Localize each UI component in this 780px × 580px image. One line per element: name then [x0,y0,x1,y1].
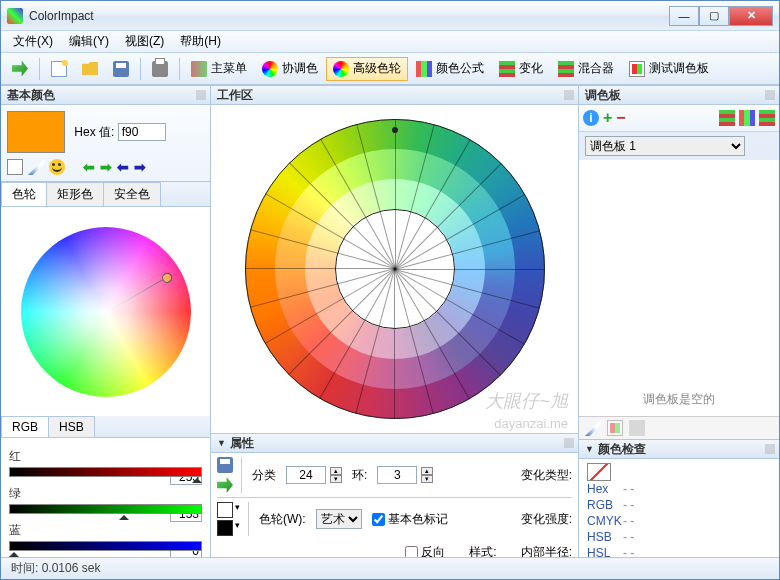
nav-back-button[interactable]: ⬅ [83,159,95,175]
minimize-button[interactable] [669,6,699,26]
inspect-cmyk-k: CMYK [587,514,623,528]
category-input[interactable] [286,466,326,484]
book-icon [191,61,207,77]
red-slider[interactable] [9,467,202,481]
palette-select[interactable]: 调色板 1 [585,136,745,156]
workspace[interactable]: 大眼仔~旭 dayanzai.me [211,105,578,433]
current-color-swatch[interactable] [7,111,65,153]
swap-icon[interactable] [7,159,23,175]
menu-edit[interactable]: 编辑(Y) [61,31,117,52]
ring-up[interactable]: ▴ [421,467,433,475]
basic-color-title: 基本颜色 [7,87,55,104]
menu-help[interactable]: 帮助(H) [172,31,229,52]
close-button[interactable] [729,6,773,26]
hex-input[interactable] [118,123,166,141]
slider-tabs: RGB HSB [1,416,210,438]
view-grid-icon[interactable] [719,110,735,126]
cat-up[interactable]: ▴ [330,467,342,475]
tool-mixer-button[interactable]: 混合器 [551,57,621,81]
left-tabs: 色轮 矩形色 安全色 [1,182,210,207]
tab-hsb[interactable]: HSB [48,416,95,437]
props-save-icon[interactable] [217,457,233,473]
wheel-marker [392,127,398,133]
tab-rect[interactable]: 矩形色 [46,182,104,206]
tool-variation-button[interactable]: 变化 [492,57,550,81]
inspect-hex-v: - - [623,482,634,496]
menubar: 文件(X) 编辑(Y) 视图(Z) 帮助(H) [1,31,779,53]
add-icon[interactable]: + [603,109,612,127]
advanced-color-wheel[interactable] [245,119,545,419]
green-label: 绿 [9,486,21,500]
workspace-header: 工作区 [211,85,578,105]
palette-header: 调色板 [579,85,779,105]
app-title: ColorImpact [29,9,669,23]
nav-fwd2-button[interactable]: ➡ [134,159,146,175]
mixer-icon [558,61,574,77]
remove-icon[interactable]: − [616,109,625,127]
vartype-label: 变化类型: [521,467,572,484]
tool-export-button[interactable] [5,57,35,81]
view-large-icon[interactable] [759,110,775,126]
bg-swatch[interactable] [217,520,233,536]
tool-open-button[interactable] [75,57,105,81]
tab-wheel[interactable]: 色轮 [1,182,47,206]
cw-label: 色轮(W): [259,511,306,528]
menu-view[interactable]: 视图(Z) [117,31,172,52]
pal-eyedrop-icon[interactable] [585,420,601,436]
nav-fwd-button[interactable]: ➡ [100,159,112,175]
ring-label: 环: [352,467,367,484]
formula-icon [416,61,432,77]
cw-select[interactable]: 艺术 [316,509,362,529]
tool-mainmenu-button[interactable]: 主菜单 [184,57,254,81]
ring-dn[interactable]: ▾ [421,475,433,483]
advwheel-label: 高级色轮 [353,60,401,77]
basic-marker-check[interactable]: 基本色标记 [372,511,448,528]
tool-harmony-button[interactable]: 协调色 [255,57,325,81]
inspect-hsb-k: HSB [587,530,623,544]
tool-save-button[interactable] [106,57,136,81]
small-wheel-area[interactable] [1,207,210,416]
props-export-icon[interactable] [217,477,233,493]
basic-color-header: 基本颜色 [1,85,210,105]
maximize-button[interactable] [699,6,729,26]
palette-icon [629,61,645,77]
smile-icon[interactable] [49,159,65,175]
blue-slider[interactable] [9,541,202,555]
formula-label: 颜色公式 [436,60,484,77]
small-color-wheel[interactable] [21,227,191,397]
tab-rgb[interactable]: RGB [1,416,49,437]
tool-test-button[interactable]: 测试调色板 [622,57,716,81]
pal-copy-icon[interactable] [607,420,623,436]
tab-safe[interactable]: 安全色 [103,182,161,206]
tool-formula-button[interactable]: 颜色公式 [409,57,491,81]
ring-input[interactable] [377,466,417,484]
palette-title: 调色板 [585,87,621,104]
fg-swatch[interactable] [217,502,233,518]
inspect-swatch [587,463,611,481]
menu-file[interactable]: 文件(X) [5,31,61,52]
app-icon [7,8,23,24]
view-list-icon[interactable] [739,110,755,126]
toolbar: 主菜单 协调色 高级色轮 颜色公式 变化 混合器 测试调色板 [1,53,779,85]
green-slider[interactable] [9,504,202,518]
eyedropper-icon[interactable] [28,159,44,175]
variation-icon [499,61,515,77]
props-title: 属性 [230,435,254,452]
palette-empty-label: 调色板是空的 [643,391,715,408]
statusbar: 时间: 0.0106 sek [1,557,779,579]
inspect-hsb-v: - - [623,530,634,544]
category-label: 分类 [252,467,276,484]
tool-new-button[interactable] [44,57,74,81]
cat-dn[interactable]: ▾ [330,475,342,483]
advwheel-icon [333,61,349,77]
inspect-title: 颜色检查 [598,441,646,458]
info-icon[interactable]: i [583,110,599,126]
print-icon [152,61,168,77]
workspace-title: 工作区 [217,87,253,104]
tool-print-button[interactable] [145,57,175,81]
tool-advwheel-button[interactable]: 高级色轮 [326,57,408,81]
nav-back2-button[interactable]: ⬅ [117,159,129,175]
mixer-label: 混合器 [578,60,614,77]
pal-delete-icon[interactable] [629,420,645,436]
props-header: ▼属性 [211,433,578,453]
